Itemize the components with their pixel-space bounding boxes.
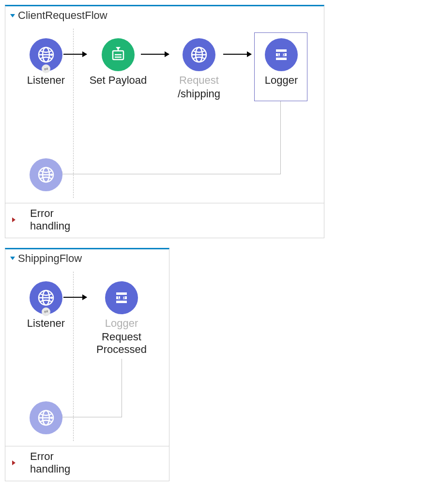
node-label: Listener [22, 74, 70, 87]
error-label: Error handling [30, 207, 70, 233]
svg-text:LOG: LOG [118, 296, 125, 299]
globe-icon: ⇄ [30, 281, 62, 314]
node-label: Logger [88, 317, 155, 330]
node-response[interactable] [22, 158, 70, 191]
flow-header[interactable]: ShippingFlow [5, 249, 169, 267]
svg-marker-12 [191, 53, 194, 56]
return-connector [122, 359, 122, 417]
globe-icon: ⇄ [30, 38, 62, 71]
node-label: Set Payload [87, 74, 150, 87]
flow-title: ShippingFlow [18, 252, 82, 265]
node-sublabel: /shipping [170, 88, 228, 100]
chevron-down-icon[interactable] [10, 14, 15, 17]
node-label: Request [170, 74, 228, 87]
error-section[interactable]: Error handling [5, 446, 169, 481]
globe-icon [183, 38, 215, 71]
node-request[interactable]: Request /shipping [170, 38, 228, 100]
return-connector [62, 174, 281, 174]
flow-canvas: ⇄ Listener LOG Logger Request Processed [5, 267, 169, 446]
node-label: Listener [22, 317, 70, 330]
node-listener[interactable]: ⇄ Listener [22, 281, 70, 330]
node-response[interactable] [22, 401, 70, 434]
flow-panel-client-request: ClientRequestFlow ⇄ Listener Set Payload [5, 5, 324, 238]
flow-header[interactable]: ClientRequestFlow [5, 6, 324, 24]
flow-canvas: ⇄ Listener Set Payload Request /shipping [5, 24, 324, 203]
node-set-payload[interactable]: Set Payload [87, 38, 150, 87]
arrow [223, 54, 251, 55]
log-icon: LOG [105, 281, 138, 314]
node-logger[interactable]: LOG Logger [257, 38, 306, 87]
node-label: Logger [257, 74, 306, 87]
svg-rect-26 [116, 292, 127, 295]
chevron-right-icon[interactable] [12, 460, 15, 465]
node-logger[interactable]: LOG Logger Request Processed [88, 281, 155, 356]
globe-icon [30, 158, 62, 191]
svg-rect-14 [276, 58, 287, 60]
log-icon: LOG [265, 38, 298, 71]
arrow [141, 54, 169, 55]
return-connector [280, 101, 281, 174]
flow-panel-shipping: ShippingFlow ⇄ Listener LOG Logger Reque… [5, 248, 169, 481]
flow-title: ClientRequestFlow [18, 9, 107, 22]
node-sublabel: Request Processed [88, 331, 155, 356]
return-connector [62, 417, 122, 417]
globe-icon [30, 401, 62, 434]
exchange-badge-icon: ⇄ [42, 307, 50, 316]
svg-rect-27 [116, 301, 127, 303]
node-listener[interactable]: ⇄ Listener [22, 38, 70, 87]
set-payload-icon [102, 38, 135, 71]
chevron-right-icon[interactable] [12, 217, 15, 222]
error-section[interactable]: Error handling [5, 203, 324, 238]
arrow [63, 54, 87, 55]
exchange-badge-icon: ⇄ [42, 64, 50, 73]
svg-text:LOG: LOG [277, 53, 285, 56]
arrow [63, 297, 87, 298]
chevron-down-icon[interactable] [10, 257, 15, 260]
svg-rect-13 [276, 49, 287, 52]
error-label: Error handling [30, 450, 70, 476]
